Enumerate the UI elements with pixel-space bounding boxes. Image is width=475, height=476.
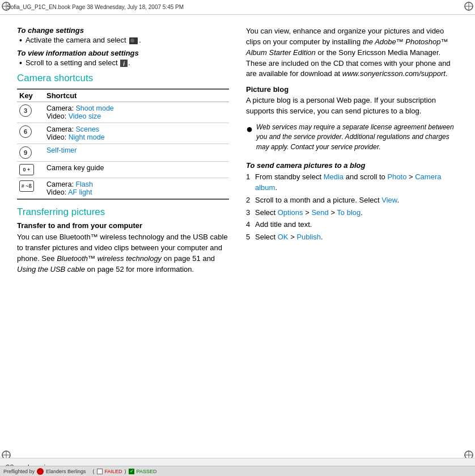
step-text: Select OK > Publish. [255,232,323,243]
camera-shortcuts-heading: Camera shortcuts [17,73,229,84]
step-text: From standby select Media and scroll to … [255,172,458,193]
table-header-shortcut: Shortcut [44,89,229,102]
change-settings-bullet: • Activate the camera and select . [19,36,229,44]
key-circle: 3 [19,104,32,117]
change-settings-title: To change settings [17,26,229,35]
paren-close: ) [125,469,126,474]
passed-label: PASSED [137,469,157,474]
transfer-subheading: Transfer to and from your computer [17,221,229,230]
table-cell-key: 6 [17,123,44,144]
preflighted-bar: Preflighted by Elanders Berlings ( FAILE… [0,466,475,476]
shortcut-prefix: Camera: [46,104,75,112]
step-number: 2 [246,195,253,206]
shortcut-link[interactable]: Flash [75,180,93,188]
steps-list: 1From standby select Media and scroll to… [246,172,458,243]
key-rect: # ~ß [19,180,34,192]
info-icon [120,60,128,67]
step-send-link[interactable]: Send [311,208,328,217]
shortcut-prefix: Camera: [46,180,75,188]
step-to-blog-link[interactable]: To blog [337,208,361,217]
step-text: Add title and text. [255,220,312,230]
table-row: # ~ßCamera: FlashVideo: AF light [17,178,229,200]
shortcut-prefix2: Video: [46,188,68,196]
website-link: www.sonyericsson.com/support [342,69,446,78]
shortcut-link[interactable]: Shoot mode [75,104,113,112]
step-text: Select Options > Send > To blog. [255,208,363,218]
send-to-blog-title: To send camera pictures to a blog [246,161,458,170]
failed-label: FAILED [105,469,122,474]
view-settings-title: To view information about settings [17,49,229,57]
step-photo-link[interactable]: Photo [387,172,406,181]
table-cell-key: 9 [17,144,44,162]
step-number: 5 [246,232,253,243]
bullet-dot: • [19,36,22,44]
step-number: 1 [246,172,253,193]
step-media-link[interactable]: Media [324,172,343,181]
picture-blog-heading: Picture blog [246,85,458,94]
list-item: 3Select Options > Send > To blog. [246,208,458,218]
shortcut-link[interactable]: Scenes [75,125,99,133]
table-cell-key: # ~ß [17,178,44,200]
corner-mark-tl [1,1,11,11]
step-ok-link[interactable]: OK [278,233,289,241]
key-rect: 0 + [19,164,34,175]
table-row: 6Camera: ScenesVideo: Night mode [17,123,229,144]
list-item: 2Scroll to a month and a picture. Select… [246,195,458,206]
camera-icon [129,37,138,44]
shortcut-text: Camera key guide [46,164,226,172]
table-cell-shortcut: Camera: Shoot modeVideo: Video size [44,102,229,123]
shortcut-link2[interactable]: Video size [69,112,101,120]
table-row: 3Camera: Shoot modeVideo: Video size [17,102,229,123]
change-settings-text: Activate the camera and select . [26,36,141,44]
adobe-italic: the Adobe™ Photoshop™ Album Starter Edit… [246,37,448,57]
table-row: 0 +Camera key guide [17,162,229,178]
shortcut-link2[interactable]: AF light [68,188,92,196]
right-column: You can view, enhance and organize your … [240,26,458,452]
header-bar: Sofia_UG_P1C_EN.book Page 38 Wednesday, … [0,0,475,15]
step-camera-album-link[interactable]: Camera album [255,172,441,192]
table-cell-key: 0 + [17,162,44,178]
list-item: 5Select OK > Publish. [246,232,458,243]
view-settings-text: Scroll to a setting and select . [26,58,130,67]
transfer-body: You can use Bluetooth™ wireless technolo… [17,232,229,275]
key-circle: 6 [19,125,32,138]
corner-mark-tr [464,1,474,11]
picture-blog-body: A picture blog is a personal Web page. I… [246,95,458,117]
list-item: 1From standby select Media and scroll to… [246,172,458,193]
table-row: 9Self-timer [17,144,229,162]
preflighted-logo [37,468,44,475]
bullet-dot-2: • [19,59,22,67]
table-cell-key: 3 [17,102,44,123]
step-view-link[interactable]: View [381,196,397,204]
step-options-link[interactable]: Options [278,208,303,217]
warning-text: Web services may require a separate lice… [256,123,458,152]
shortcut-prefix2: Video: [46,112,69,120]
table-cell-shortcut: Self-timer [44,144,229,162]
step-number: 3 [246,208,253,218]
view-settings-block: To view information about settings • Scr… [17,49,229,67]
shortcuts-table: Key Shortcut 3Camera: Shoot modeVideo: V… [17,89,229,200]
table-header-key: Key [17,89,44,102]
preflighted-company: Elanders Berlings [46,469,86,474]
table-cell-shortcut: Camera: ScenesVideo: Night mode [44,123,229,144]
preflighted-separator: ( [93,469,95,474]
table-cell-shortcut: Camera: FlashVideo: AF light [44,178,229,200]
warning-block: ● Web services may require a separate li… [246,123,458,155]
left-column: To change settings • Activate the camera… [17,26,229,452]
warning-dot-icon: ● [246,121,253,155]
key-circle: 9 [19,146,32,159]
shortcut-link[interactable]: Self-timer [46,146,77,154]
transferring-heading: Transferring pictures [17,207,229,218]
step-number: 4 [246,220,253,230]
table-cell-shortcut: Camera key guide [44,162,229,178]
shortcut-link2[interactable]: Night mode [69,133,105,141]
step-publish-link[interactable]: Publish [296,233,321,241]
preflighted-label: Preflighted by [3,469,35,474]
step-text: Scroll to a month and a picture. Select … [255,195,399,206]
passed-checkbox [129,469,134,474]
view-settings-bullet-item: • Scroll to a setting and select . [19,58,229,67]
header-title: Sofia_UG_P1C_EN.book Page 38 Wednesday, … [7,4,184,10]
change-settings-block: To change settings • Activate the camera… [17,26,229,44]
right-body-text: You can view, enhance and organize your … [246,26,458,79]
failed-checkbox [97,469,103,474]
